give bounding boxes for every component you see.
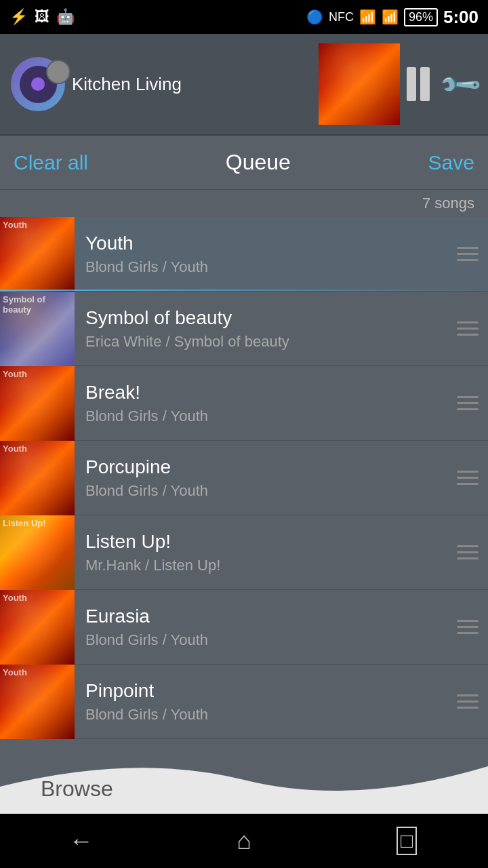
playback-controls: 🔧 (407, 67, 477, 101)
album-thumb-6: Youth (0, 665, 75, 739)
save-button[interactable]: Save (428, 151, 474, 174)
song-info-5: Eurasia Blond Girls / Youth (75, 606, 454, 649)
drag-line-2-4 (457, 551, 479, 553)
queue-list[interactable]: Youth Youth Blond Girls / Youth Symbol o… (0, 217, 488, 746)
pause-button[interactable] (407, 67, 430, 101)
song-info-6: Pinpoint Blond Girls / Youth (75, 680, 454, 724)
signal-icon: 📶 (382, 9, 399, 25)
song-info-4: Listen Up! Mr.Hank / Listen Up! (75, 531, 454, 574)
back-button[interactable]: ← (41, 821, 122, 861)
song-title-6: Pinpoint (85, 680, 443, 702)
queue-item-2[interactable]: Youth Break! Blond Girls / Youth (0, 366, 488, 441)
home-button[interactable]: ⌂ (203, 821, 285, 861)
drag-line-3-3 (457, 483, 479, 485)
album-thumb-text-2: Youth (3, 369, 27, 380)
drag-line-3-6 (457, 707, 479, 709)
wifi-icon: 📶 (359, 9, 376, 25)
home-icon: ⌂ (237, 827, 251, 855)
now-playing-header: Kitchen Living 🔧 (0, 34, 488, 136)
pause-bar-right (420, 67, 430, 101)
settings-icon[interactable]: 🔧 (437, 61, 484, 108)
song-info-3: Porcupine Blond Girls / Youth (75, 456, 454, 500)
album-thumb-text-6: Youth (3, 667, 27, 678)
queue-item-4[interactable]: Listen Up! Listen Up! Mr.Hank / Listen U… (0, 515, 488, 590)
back-icon: ← (69, 827, 94, 855)
queue-item-0[interactable]: Youth Youth Blond Girls / Youth (0, 217, 488, 292)
song-info-2: Break! Blond Girls / Youth (75, 382, 454, 425)
drag-line-2-6 (457, 701, 479, 703)
song-info-1: Symbol of beauty Erica White / Symbol of… (75, 307, 454, 351)
drag-line-1-5 (457, 620, 479, 622)
pause-bar-left (407, 67, 416, 101)
album-thumb-text-1: Symbol of beauty (3, 294, 75, 315)
album-thumb-0: Youth (0, 217, 75, 292)
song-subtitle-4: Mr.Hank / Listen Up! (85, 557, 443, 574)
status-icons-left: ⚡ 🖼 🤖 (9, 8, 75, 26)
clear-all-button[interactable]: Clear all (14, 151, 88, 174)
drag-line-2-2 (457, 402, 479, 404)
status-time: 5:00 (443, 7, 479, 28)
drag-line-1-3 (457, 471, 479, 473)
drag-handle-6[interactable] (454, 694, 488, 709)
drag-line-2-0 (457, 253, 479, 255)
song-subtitle-2: Blond Girls / Youth (85, 408, 443, 425)
song-title-3: Porcupine (85, 456, 443, 478)
queue-item-3[interactable]: Youth Porcupine Blond Girls / Youth (0, 441, 488, 515)
drag-handle-5[interactable] (454, 620, 488, 634)
album-thumb-text-3: Youth (3, 443, 27, 454)
drag-line-3-5 (457, 632, 479, 634)
recents-icon: □ (396, 827, 417, 855)
song-info-0: Youth Blond Girls / Youth (75, 233, 454, 276)
album-thumb-5: Youth (0, 590, 75, 665)
queue-title: Queue (226, 150, 291, 175)
speaker-dot (31, 77, 45, 91)
queue-item-6[interactable]: Youth Pinpoint Blond Girls / Youth (0, 665, 488, 739)
android-icon: 🤖 (56, 8, 75, 26)
album-thumb-1: Symbol of beauty (0, 292, 75, 366)
song-count-area: 7 songs (0, 190, 488, 217)
queue-item-1[interactable]: Symbol of beauty Symbol of beauty Erica … (0, 292, 488, 366)
drag-handle-0[interactable] (454, 247, 488, 261)
album-thumb-text-0: Youth (3, 220, 27, 231)
album-art-header[interactable] (319, 43, 400, 125)
song-subtitle-3: Blond Girls / Youth (85, 482, 443, 500)
album-thumb-text-4: Listen Up! (3, 518, 46, 529)
browse-area[interactable]: Browse (0, 746, 488, 814)
drag-line-3-2 (457, 408, 479, 410)
drag-handle-3[interactable] (454, 471, 488, 485)
song-subtitle-5: Blond Girls / Youth (85, 631, 443, 649)
drag-line-2-5 (457, 626, 479, 628)
queue-header: Clear all Queue Save (0, 136, 488, 190)
status-icons-right: 🔵 NFC 📶 📶 96% 5:00 (306, 7, 479, 28)
song-subtitle-6: Blond Girls / Youth (85, 706, 443, 724)
drag-handle-2[interactable] (454, 396, 488, 410)
song-subtitle-1: Erica White / Symbol of beauty (85, 333, 443, 351)
room-labels: Kitchen Living (72, 74, 312, 95)
album-thumb-3: Youth (0, 441, 75, 515)
drag-line-1-2 (457, 396, 479, 398)
album-art-image (319, 43, 400, 125)
song-subtitle-0: Blond Girls / Youth (85, 258, 443, 276)
battery-icon: 96% (404, 8, 438, 26)
drag-line-1-6 (457, 694, 479, 696)
drag-line-3-0 (457, 259, 479, 261)
drag-handle-1[interactable] (454, 321, 488, 336)
drag-line-1-0 (457, 247, 479, 249)
album-thumb-4: Listen Up! (0, 515, 75, 590)
browse-button[interactable]: Browse (41, 776, 113, 802)
drag-line-2-1 (457, 328, 479, 330)
queue-item-5[interactable]: Youth Eurasia Blond Girls / Youth (0, 590, 488, 665)
song-title-2: Break! (85, 382, 443, 403)
song-title-4: Listen Up! (85, 531, 443, 553)
bluetooth-icon: 🔵 (306, 9, 323, 25)
album-thumb-2: Youth (0, 366, 75, 441)
song-title-0: Youth (85, 233, 443, 254)
drag-line-1-4 (457, 545, 479, 547)
speaker-icon (11, 57, 65, 111)
image-icon: 🖼 (35, 8, 49, 26)
song-title-5: Eurasia (85, 606, 443, 627)
recents-button[interactable]: □ (366, 821, 447, 861)
drag-handle-4[interactable] (454, 545, 488, 559)
song-title-1: Symbol of beauty (85, 307, 443, 329)
usb-icon: ⚡ (9, 8, 28, 26)
